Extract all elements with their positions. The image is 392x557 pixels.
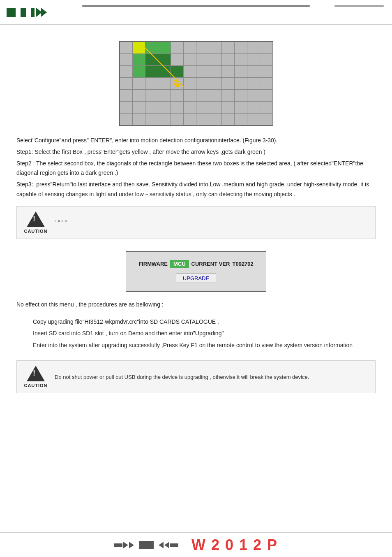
- caution-label-2: CAUTION: [24, 383, 47, 388]
- cell-r1c7: [196, 42, 209, 53]
- main-content: 2: [0, 25, 392, 408]
- logo-bar1: [21, 8, 26, 17]
- cell-r1c5: [171, 42, 183, 53]
- arrow-down-icon: [174, 84, 181, 88]
- cell-r5c1: [120, 90, 132, 101]
- logo-arrow2: [41, 8, 47, 17]
- cell-r3c5: [171, 66, 183, 77]
- cell-r1c6: [184, 42, 196, 53]
- cell-r6c2: [133, 102, 145, 113]
- text-block-1: Select"Configure"and press" ENTER", ente…: [16, 136, 376, 200]
- cell-r3c4: [158, 66, 171, 77]
- cell-r7c1: [120, 114, 132, 125]
- cell-r5c11: [247, 90, 260, 101]
- cell-r5c10: [235, 90, 247, 101]
- cell-r6c9: [222, 102, 234, 113]
- firmware-box: FIRMWARE MCU CURRENT VER T092702 UPGRADE: [126, 251, 266, 292]
- cell-r3c2: [133, 66, 145, 77]
- cell-r6c12: [260, 102, 272, 113]
- cell-r6c1: [120, 102, 132, 113]
- cell-r4c7: [196, 78, 209, 89]
- footer-nav-left: [159, 542, 178, 548]
- cell-r6c3: [145, 102, 158, 113]
- cell-r6c10: [235, 102, 247, 113]
- cell-r4c4: [158, 78, 171, 89]
- footer-arrow-right-icon: [123, 542, 128, 548]
- cell-r2c4: [158, 54, 171, 65]
- cell-r3c6: [184, 66, 196, 77]
- cell-r5c3: [145, 90, 158, 101]
- caution-box-1: CAUTION " " " ": [16, 206, 376, 239]
- page-footer: W 2 0 1 2 P: [0, 532, 392, 557]
- cell-r7c3: [145, 114, 158, 125]
- cell-r6c4: [158, 102, 171, 113]
- header-line-right: [334, 5, 384, 7]
- cell-r2c12: [260, 54, 272, 65]
- caution-label-1: CAUTION: [24, 229, 47, 234]
- cell-r1c12: [260, 42, 272, 53]
- footer-bar-right: [170, 543, 178, 547]
- footer-arrow-left-icon2: [159, 542, 164, 548]
- step-1: Copy upgrading file"HI3512-wkpmdvr.crc"i…: [33, 316, 376, 327]
- cell-r2c3: [145, 54, 158, 65]
- cell-r5c5: [171, 90, 183, 101]
- para1: Select"Configure"and press" ENTER", ente…: [16, 136, 376, 146]
- caution-triangle-2: [27, 366, 45, 381]
- firmware-version: T092702: [232, 261, 253, 267]
- cell-r7c6: [184, 114, 196, 125]
- logo-bar2: [31, 8, 35, 17]
- cell-r2c7: [196, 54, 209, 65]
- cell-r3c10: [235, 66, 247, 77]
- footer-arrow-right-icon2: [129, 542, 134, 548]
- cell-r3c7: [196, 66, 209, 77]
- cell-r5c9: [222, 90, 234, 101]
- cell-r3c11: [247, 66, 260, 77]
- firmware-row: FIRMWARE MCU CURRENT VER T092702: [138, 260, 254, 268]
- cell-r6c5: [171, 102, 183, 113]
- cell-r4c12: [260, 78, 272, 89]
- cell-r2c1: [120, 54, 132, 65]
- cell-r5c6: [184, 90, 196, 101]
- upgrade-button[interactable]: UPGRADE: [176, 274, 216, 283]
- cell-r6c6: [184, 102, 196, 113]
- cell-r4c5: 2: [171, 78, 183, 89]
- cell-r7c8: [209, 114, 221, 125]
- logo-square: [7, 8, 16, 17]
- footer-brand: W 2 0 1 2 P: [191, 536, 278, 554]
- cell-r6c7: [196, 102, 209, 113]
- cell-r3c12: [260, 66, 272, 77]
- cell-r2c11: [247, 54, 260, 65]
- footer-nav-right: [114, 542, 134, 548]
- step-2: Insert SD card into SD1 slot , turn on D…: [33, 328, 376, 339]
- cell-r2c8: [209, 54, 221, 65]
- cell-r4c8: [209, 78, 221, 89]
- cell-r3c1: [120, 66, 132, 77]
- step-3: Enter into the system after upgrading su…: [33, 340, 376, 351]
- para3: Step2 : The select second box, the diago…: [16, 159, 376, 179]
- upgrade-btn-wrapper[interactable]: UPGRADE: [176, 274, 216, 283]
- grid-figure-wrapper: 2: [119, 41, 273, 126]
- cell-r7c5: [171, 114, 183, 125]
- cell-r2c9: [222, 54, 234, 65]
- cell-r4c10: [235, 78, 247, 89]
- cell-r3c9: [222, 66, 234, 77]
- page-header: [0, 0, 392, 25]
- figure-container: 2: [16, 41, 376, 126]
- firmware-mcu: MCU: [170, 260, 189, 268]
- cell-r1c4: [158, 42, 171, 53]
- cell-r5c8: [209, 90, 221, 101]
- caution-text-2: Do not shut power or pull out USB during…: [55, 373, 309, 381]
- header-line-top: [82, 5, 310, 7]
- cell-r1c11: [247, 42, 260, 53]
- cell-r7c7: [196, 114, 209, 125]
- cell-r7c12: [260, 114, 272, 125]
- cell-r4c11: [247, 78, 260, 89]
- cell-r4c3: [145, 78, 158, 89]
- footer-center-square: [139, 541, 154, 549]
- cell-r7c10: [235, 114, 247, 125]
- cell-r7c11: [247, 114, 260, 125]
- cell-r2c6: [184, 54, 196, 65]
- cell-r1c3: [145, 42, 158, 53]
- firmware-version-label: CURRENT VER: [191, 261, 230, 267]
- caution-icon-2: CAUTION: [23, 366, 48, 388]
